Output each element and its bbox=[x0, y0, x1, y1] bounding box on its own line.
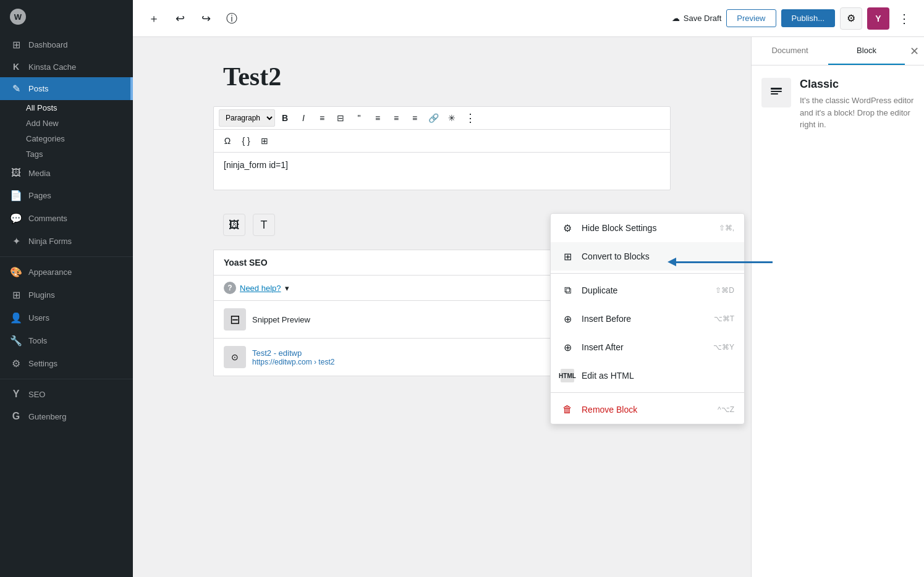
svg-rect-1 bbox=[771, 91, 782, 92]
ctx-insert-after[interactable]: ⊕ Insert After ⌥⌘Y bbox=[551, 333, 744, 361]
ctx-duplicate[interactable]: ⧉ Duplicate ⇧⌘D bbox=[551, 276, 744, 305]
classic-block-icon bbox=[761, 78, 791, 107]
italic-button[interactable]: I bbox=[295, 109, 312, 127]
sidebar-item-label: Media bbox=[28, 169, 50, 178]
sidebar-item-plugins[interactable]: ⊞ Plugins bbox=[0, 284, 133, 306]
align-right-button[interactable]: ≡ bbox=[406, 109, 423, 127]
more-options-button[interactable]: ⋮ bbox=[894, 9, 914, 28]
ctx-divider-2 bbox=[551, 392, 744, 393]
sidebar-item-dashboard[interactable]: ⊞ Dashboard bbox=[0, 33, 133, 56]
snippet-text: Snippet Preview bbox=[252, 315, 310, 324]
add-image-button[interactable]: 🖼 bbox=[223, 214, 245, 236]
align-left-button[interactable]: ≡ bbox=[369, 109, 386, 127]
gutenberg-icon: G bbox=[10, 411, 22, 422]
save-draft-button[interactable]: ☁ Save Draft bbox=[672, 14, 721, 23]
dashboard-logo[interactable]: W bbox=[0, 0, 133, 33]
posts-icon: ✎ bbox=[10, 83, 22, 95]
seo-icon: Y bbox=[10, 389, 22, 400]
ctx-edit-html[interactable]: HTML Edit as HTML bbox=[551, 361, 744, 390]
sidebar: W ⊞ Dashboard K Kinsta Cache ✎ Posts All… bbox=[0, 0, 133, 577]
post-title[interactable]: Test2 bbox=[213, 62, 671, 91]
sidebar-item-label: Pages bbox=[28, 191, 51, 200]
undo-button[interactable]: ↩ bbox=[169, 7, 191, 30]
sidebar-item-tools[interactable]: 🔧 Tools bbox=[0, 329, 133, 352]
ctx-convert-label: Convert to Blocks bbox=[582, 251, 727, 261]
hide-settings-icon: ⚙ bbox=[561, 221, 574, 235]
sidebar-item-label: Tools bbox=[28, 336, 47, 345]
ctx-remove-block[interactable]: 🗑 Remove Block ^⌥Z bbox=[551, 395, 744, 424]
right-tabs: Document Block ✕ bbox=[752, 37, 924, 65]
yoast-button[interactable]: Y bbox=[867, 7, 889, 30]
more-format-button[interactable]: ⋮ bbox=[462, 109, 479, 127]
sidebar-item-label: Plugins bbox=[28, 290, 55, 300]
sidebar-item-seo[interactable]: Y SEO bbox=[0, 383, 133, 405]
chevron-down-icon: ▾ bbox=[285, 284, 289, 293]
sidebar-item-tags[interactable]: Tags bbox=[20, 146, 133, 162]
sidebar-item-ninja-forms[interactable]: ✦ Ninja Forms bbox=[0, 230, 133, 253]
comments-icon: 💬 bbox=[10, 213, 22, 224]
unordered-list-button[interactable]: ≡ bbox=[313, 109, 331, 127]
tools-icon: 🔧 bbox=[10, 335, 22, 347]
add-text-button[interactable]: T bbox=[253, 214, 275, 236]
sidebar-item-label: Dashboard bbox=[28, 40, 68, 49]
add-block-button[interactable]: ＋ bbox=[143, 7, 165, 30]
preview-button[interactable]: Preview bbox=[726, 9, 776, 27]
publish-button[interactable]: Publish... bbox=[781, 9, 835, 27]
arrow-indicator bbox=[674, 261, 773, 263]
sidebar-item-label: Ninja Forms bbox=[28, 237, 72, 246]
close-sidebar-button[interactable]: ✕ bbox=[905, 40, 924, 63]
block-desc-label: It's the classic WordPress editor and it… bbox=[800, 95, 914, 131]
insert-after-icon: ⊕ bbox=[561, 340, 574, 354]
sidebar-item-add-new[interactable]: Add New bbox=[20, 116, 133, 131]
sidebar-item-kinsta-cache[interactable]: K Kinsta Cache bbox=[0, 56, 133, 77]
ordered-list-button[interactable]: ⊟ bbox=[332, 109, 349, 127]
tab-document[interactable]: Document bbox=[752, 37, 828, 65]
editor-container: Test2 Paragraph B I ≡ ⊟ " ≡ ≡ ≡ bbox=[133, 37, 924, 577]
sidebar-item-label: Gutenberg bbox=[28, 412, 66, 421]
align-center-button[interactable]: ≡ bbox=[388, 109, 405, 127]
save-draft-label: Save Draft bbox=[684, 14, 721, 23]
ctx-insert-before[interactable]: ⊕ Insert Before ⌥⌘T bbox=[551, 305, 744, 333]
sidebar-divider bbox=[0, 256, 133, 257]
info-button[interactable]: ⓘ bbox=[221, 7, 243, 30]
sidebar-item-gutenberg[interactable]: G Gutenberg bbox=[0, 405, 133, 427]
code-button[interactable]: { } bbox=[237, 132, 255, 150]
sidebar-item-settings[interactable]: ⚙ Settings bbox=[0, 352, 133, 375]
table-button[interactable]: ⊞ bbox=[256, 132, 273, 150]
sidebar-item-media[interactable]: 🖼 Media bbox=[0, 162, 133, 184]
sidebar-item-appearance[interactable]: 🎨 Appearance bbox=[0, 261, 133, 284]
tab-block[interactable]: Block bbox=[828, 37, 905, 65]
sidebar-item-label: Posts bbox=[28, 84, 49, 93]
traffic-light-icon: ⊟ bbox=[230, 312, 240, 327]
sidebar-item-posts[interactable]: ✎ Posts bbox=[0, 77, 133, 100]
sidebar-item-all-posts[interactable]: All Posts bbox=[20, 100, 133, 116]
classic-content[interactable]: [ninja_form id=1] bbox=[214, 153, 670, 190]
top-toolbar: ＋ ↩ ↪ ⓘ ☁ Save Draft Preview Publish... … bbox=[133, 0, 924, 37]
ctx-remove-shortcut: ^⌥Z bbox=[718, 405, 734, 414]
block-name-label: Classic bbox=[800, 78, 914, 91]
bold-button[interactable]: B bbox=[276, 109, 294, 127]
ninja-forms-icon: ✦ bbox=[10, 235, 22, 247]
ctx-hide-block-settings[interactable]: ⚙ Hide Block Settings ⇧⌘, bbox=[551, 214, 744, 242]
ctx-convert-to-blocks[interactable]: ⊞ Convert to Blocks bbox=[551, 242, 744, 271]
toolbar-row2: Ω { } ⊞ bbox=[214, 130, 670, 153]
sidebar-item-label: Settings bbox=[28, 359, 57, 368]
sidebar-item-pages[interactable]: 📄 Pages bbox=[0, 184, 133, 207]
remove-block-icon: 🗑 bbox=[561, 403, 574, 416]
link-button[interactable]: 🔗 bbox=[425, 109, 442, 127]
paragraph-format-select[interactable]: Paragraph bbox=[219, 109, 275, 127]
snippet-header: ⊟ Snippet Preview bbox=[224, 308, 310, 331]
special-char-button[interactable]: Ω bbox=[219, 132, 236, 150]
blockquote-button[interactable]: " bbox=[350, 109, 368, 127]
need-help-link[interactable]: Need help? bbox=[240, 284, 281, 293]
cloud-icon: ☁ bbox=[672, 14, 680, 23]
sidebar-item-comments[interactable]: 💬 Comments bbox=[0, 207, 133, 230]
redo-button[interactable]: ↪ bbox=[195, 7, 217, 30]
editor-settings-button[interactable]: ⚙ bbox=[840, 7, 862, 30]
sidebar-item-users[interactable]: 👤 Users bbox=[0, 306, 133, 329]
sidebar-item-categories[interactable]: Categories bbox=[20, 131, 133, 146]
svg-rect-0 bbox=[771, 88, 782, 90]
right-sidebar: Document Block ✕ Classic It's th bbox=[751, 37, 924, 577]
ctx-insert-before-shortcut: ⌥⌘T bbox=[714, 314, 734, 323]
wp-icon-button[interactable]: ✳ bbox=[443, 109, 460, 127]
